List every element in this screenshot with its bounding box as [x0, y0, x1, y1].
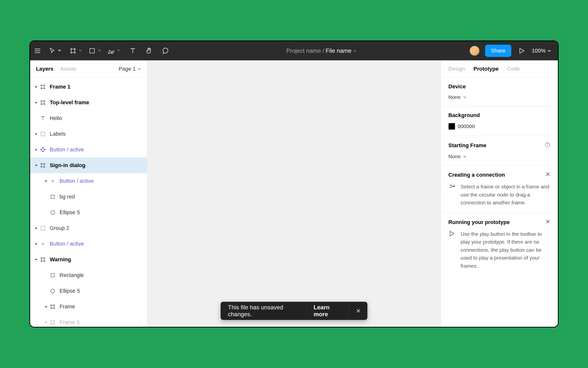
chevron-down-icon — [79, 49, 82, 53]
layer-row[interactable]: Labels — [30, 126, 147, 142]
layer-row[interactable]: Button / active — [30, 173, 147, 189]
chevron-down-icon — [58, 49, 61, 53]
pen-tool[interactable] — [106, 41, 125, 60]
visibility-toggle[interactable] — [137, 319, 143, 325]
tab-assets[interactable]: Assets — [60, 66, 76, 72]
disclosure-triangle[interactable] — [34, 85, 39, 88]
disclosure-triangle[interactable] — [34, 164, 39, 167]
help-connection-title: Creating a connection — [448, 172, 505, 178]
layer-label: Warning — [50, 256, 71, 263]
layer-label: Button / active — [50, 241, 84, 247]
layer-label: bg red — [60, 194, 75, 200]
layer-row[interactable]: bg red — [30, 189, 147, 205]
disclosure-triangle[interactable] — [34, 258, 39, 261]
tab-code[interactable]: Code — [507, 66, 520, 72]
svg-rect-5 — [51, 274, 54, 277]
close-button[interactable] — [545, 171, 551, 178]
layer-row[interactable]: Ellipse 5 — [30, 205, 147, 220]
tab-prototype[interactable]: Prototype — [473, 66, 499, 72]
starting-frame-section: Starting Frame None — [441, 136, 558, 166]
component-filled-icon — [39, 147, 47, 153]
close-button[interactable] — [545, 219, 551, 226]
layer-list: Frame 1Top-level frameHelloLabelsButton … — [30, 78, 147, 327]
group-icon — [39, 225, 47, 231]
layer-label: Hello — [50, 115, 62, 121]
layer-row[interactable]: Sign-in dialog — [30, 158, 147, 173]
menu-button[interactable] — [30, 41, 45, 60]
disclosure-triangle[interactable] — [34, 101, 39, 104]
share-button[interactable]: Share — [485, 45, 511, 57]
toast-action-button[interactable]: Learn more — [306, 305, 349, 316]
present-button[interactable] — [517, 41, 527, 60]
text-icon — [39, 115, 47, 121]
tab-design[interactable]: Design — [448, 66, 465, 72]
background-section: Background 000000 — [441, 106, 558, 136]
layer-label: Rectangle — [60, 272, 84, 278]
toast-message: This file has unsaved changes. — [221, 304, 306, 318]
disclosure-triangle[interactable] — [34, 227, 39, 230]
move-tool[interactable] — [45, 41, 67, 60]
file-title[interactable]: Project name / File name — [173, 47, 469, 54]
toast-close-button[interactable] — [349, 305, 368, 316]
text-tool[interactable] — [125, 41, 141, 60]
chevron-down-icon — [117, 49, 120, 53]
frame-icon — [49, 319, 57, 325]
svg-point-3 — [51, 210, 55, 214]
disclosure-triangle[interactable] — [34, 148, 39, 151]
device-section: Device None — [441, 78, 558, 106]
disclosure-triangle[interactable] — [43, 180, 49, 183]
file-name: File name — [326, 47, 351, 54]
layer-label: Top-level frame — [50, 99, 89, 106]
tab-layers[interactable]: Layers — [36, 66, 53, 72]
shape-tool[interactable] — [86, 41, 106, 60]
layer-row[interactable]: Frame 5 — [30, 315, 147, 327]
help-connection-section: Creating a connection Select a frame or … — [441, 166, 558, 213]
layer-row[interactable]: Button / active — [30, 142, 147, 158]
rect-icon — [49, 194, 57, 200]
svg-rect-4 — [41, 226, 45, 230]
starting-frame-value[interactable]: None — [448, 154, 551, 159]
pen-icon — [106, 47, 117, 54]
layer-row[interactable]: Hello — [30, 110, 147, 126]
help-running-title: Running your prototype — [448, 219, 510, 225]
color-swatch[interactable] — [448, 123, 455, 130]
disclosure-triangle[interactable] — [34, 132, 39, 135]
layer-row[interactable]: Frame 1 — [30, 79, 147, 95]
disclosure-triangle[interactable] — [34, 242, 39, 245]
svg-rect-0 — [90, 49, 95, 53]
background-title: Background — [448, 112, 551, 118]
zoom-control[interactable]: 100% — [532, 48, 551, 54]
chevron-down-icon — [463, 94, 466, 100]
layer-row[interactable]: Button / active — [30, 236, 147, 252]
comment-tool[interactable] — [157, 41, 173, 60]
group-icon — [39, 131, 47, 137]
project-name: Project name / — [286, 47, 324, 54]
frame-icon — [39, 100, 47, 105]
component-icon — [49, 178, 57, 184]
layer-row[interactable]: Top-level frame — [30, 95, 147, 110]
layer-label: Labels — [50, 131, 66, 137]
frame-tool[interactable] — [67, 41, 86, 60]
page-selector[interactable]: Page 1 — [119, 66, 141, 72]
hand-tool[interactable] — [141, 41, 157, 60]
device-value[interactable]: None — [448, 94, 551, 100]
device-title: Device — [448, 83, 551, 90]
avatar[interactable] — [469, 46, 480, 56]
canvas[interactable]: This file has unsaved changes. Learn mor… — [147, 60, 441, 327]
disclosure-triangle[interactable] — [43, 321, 49, 324]
layer-row[interactable]: Warning — [30, 252, 147, 267]
frame-icon — [39, 162, 47, 168]
help-icon[interactable] — [545, 142, 551, 149]
chevron-down-icon — [353, 47, 356, 54]
chevron-down-icon — [548, 48, 551, 54]
layer-row[interactable]: Frame — [30, 299, 147, 315]
left-panel: Layers Assets Page 1 Frame 1Top-level fr… — [30, 60, 147, 327]
background-value[interactable]: 000000 — [448, 123, 551, 130]
chevron-down-icon — [463, 154, 466, 159]
layer-row[interactable]: Ellipse 5 — [30, 283, 147, 299]
layer-label: Frame — [60, 303, 75, 310]
layer-row[interactable]: Rectangle — [30, 267, 147, 283]
layer-row[interactable]: Group 2 — [30, 220, 147, 236]
disclosure-triangle[interactable] — [43, 305, 49, 308]
rect-icon — [49, 272, 57, 278]
